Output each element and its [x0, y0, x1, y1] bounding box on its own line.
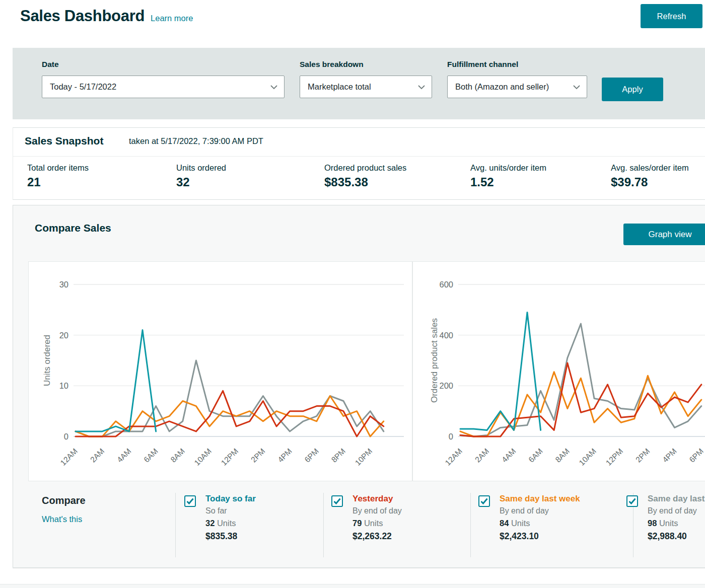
compare-label: Compare	[42, 495, 86, 506]
legend-units: 84 Units	[500, 519, 580, 528]
stat-ordered-product-sales: Ordered product sales $835.38	[324, 163, 406, 189]
compare-sales-panel: Compare Sales Graph view 010203012AM2AM4…	[13, 205, 705, 568]
apply-button[interactable]: Apply	[602, 78, 663, 101]
svg-text:0: 0	[64, 432, 68, 441]
units-ordered-chart-card: 010203012AM2AM4AM6AM8AM10AM12PM2PM4PM6PM…	[28, 261, 412, 481]
svg-text:12AM: 12AM	[58, 447, 79, 467]
page-header: Sales Dashboard Learn more	[20, 7, 193, 25]
legend-subtitle: By end of day	[352, 506, 402, 516]
svg-text:6AM: 6AM	[142, 447, 160, 464]
svg-text:12PM: 12PM	[220, 447, 240, 467]
svg-text:20: 20	[59, 331, 68, 340]
legend-subtitle: By end of day	[500, 506, 580, 516]
sales-snapshot-title: Sales Snapshot	[25, 135, 103, 147]
fulfillment-channel-select[interactable]: Both (Amazon and seller)	[447, 76, 587, 98]
whats-this-link[interactable]: What's this	[42, 514, 86, 524]
svg-text:10PM: 10PM	[354, 447, 374, 467]
sales-breakdown-select[interactable]: Marketplace total	[300, 76, 432, 98]
chevron-down-icon	[417, 84, 426, 90]
date-label: Date	[42, 60, 285, 69]
legend-checkbox-same-day-last-year[interactable]	[626, 495, 638, 507]
check-icon	[333, 498, 341, 504]
stat-avg-sales-order-item: Avg. sales/order item $39.78	[611, 163, 689, 189]
sales-breakdown-select-value: Marketplace total	[308, 82, 371, 92]
legend-amount: $2,263.22	[352, 531, 402, 542]
svg-text:12AM: 12AM	[443, 447, 464, 467]
svg-text:4AM: 4AM	[115, 447, 133, 464]
svg-text:0: 0	[449, 432, 453, 441]
legend-title: Same day last year	[648, 494, 705, 504]
svg-text:4PM: 4PM	[276, 447, 294, 464]
legend-divider	[175, 493, 176, 557]
chevron-down-icon	[270, 84, 278, 90]
legend-checkbox-today-so-far[interactable]	[184, 495, 196, 507]
legend-checkbox-same-day-last-week[interactable]	[478, 495, 490, 507]
svg-text:6AM: 6AM	[527, 447, 544, 464]
svg-text:4PM: 4PM	[661, 447, 678, 464]
compare-sales-title: Compare Sales	[35, 222, 111, 234]
page-title: Sales Dashboard	[20, 7, 145, 25]
legend-item-yesterday: Yesterday By end of day 79 Units $2,263.…	[331, 494, 402, 542]
next-section-edge	[0, 584, 705, 588]
svg-text:12PM: 12PM	[604, 447, 625, 467]
sales-breakdown-filter-group: Sales breakdown Marketplace total	[300, 60, 432, 98]
legend-units: 98 Units	[648, 519, 705, 528]
chevron-down-icon	[573, 84, 581, 90]
svg-text:600: 600	[439, 280, 453, 289]
date-select[interactable]: Today - 5/17/2022	[42, 76, 285, 98]
sales-snapshot-header: Sales Snapshot taken at 5/17/2022, 7:39:…	[13, 128, 705, 157]
svg-text:400: 400	[439, 331, 453, 340]
graph-view-button[interactable]: Graph view	[623, 224, 705, 245]
svg-text:2AM: 2AM	[473, 447, 491, 464]
ordered-product-sales-chart: 020040060012AM2AM4AM6AM8AM10AM12PM2PM4PM…	[413, 262, 705, 481]
legend-amount: $2,423.10	[500, 531, 580, 542]
legend-item-same-day-last-year: Same day last year By end of day 98 Unit…	[626, 494, 705, 542]
stat-units-ordered: Units ordered 32	[176, 163, 226, 189]
svg-text:2PM: 2PM	[634, 447, 652, 464]
svg-text:6PM: 6PM	[687, 447, 705, 464]
date-filter-group: Date Today - 5/17/2022	[42, 60, 285, 98]
svg-text:200: 200	[439, 381, 453, 390]
legend-subtitle: By end of day	[648, 506, 705, 516]
svg-text:10: 10	[59, 381, 68, 390]
ordered-product-sales-chart-card: 020040060012AM2AM4AM6AM8AM10AM12PM2PM4PM…	[412, 261, 705, 481]
compare-block: Compare What's this	[42, 495, 86, 524]
sales-breakdown-label: Sales breakdown	[300, 60, 432, 69]
svg-text:8PM: 8PM	[330, 447, 347, 464]
legend-title: Yesterday	[352, 494, 402, 504]
legend-item-same-day-last-week: Same day last week By end of day 84 Unit…	[478, 494, 580, 542]
legend-item-today-so-far: Today so far So far 32 Units $835.38	[184, 494, 256, 542]
sales-snapshot-section: Sales Snapshot taken at 5/17/2022, 7:39:…	[13, 127, 705, 200]
legend-title: Today so far	[205, 494, 256, 504]
svg-text:30: 30	[59, 280, 68, 289]
legend-units: 32 Units	[205, 519, 256, 528]
stat-avg-units-order-item: Avg. units/order item 1.52	[470, 163, 546, 189]
units-ordered-chart: 010203012AM2AM4AM6AM8AM10AM12PM2PM4PM6PM…	[29, 262, 412, 481]
check-icon	[480, 498, 488, 504]
check-icon	[628, 498, 636, 504]
svg-text:Ordered product sales: Ordered product sales	[430, 318, 439, 403]
filter-bar: Date Today - 5/17/2022 Sales breakdown M…	[13, 48, 705, 119]
snapshot-timestamp: taken at 5/17/2022, 7:39:00 AM PDT	[129, 136, 263, 146]
sales-dashboard-page: Sales Dashboard Learn more Refresh Date …	[0, 0, 705, 588]
fulfillment-channel-select-value: Both (Amazon and seller)	[455, 82, 549, 92]
svg-text:2AM: 2AM	[89, 447, 106, 464]
legend-subtitle: So far	[205, 506, 256, 516]
legend-title: Same day last week	[500, 494, 580, 504]
legend-checkbox-yesterday[interactable]	[331, 495, 343, 507]
legend-amount: $835.38	[205, 531, 256, 542]
legend-divider	[470, 493, 471, 557]
svg-text:10AM: 10AM	[577, 447, 598, 467]
learn-more-link[interactable]: Learn more	[151, 14, 193, 23]
legend-amount: $2,988.40	[648, 531, 705, 542]
svg-text:4AM: 4AM	[500, 447, 518, 464]
svg-text:8AM: 8AM	[169, 447, 186, 464]
fulfillment-channel-filter-group: Fulfillment channel Both (Amazon and sel…	[447, 60, 587, 98]
check-icon	[186, 498, 194, 504]
legend-units: 79 Units	[352, 519, 402, 528]
svg-text:Units ordered: Units ordered	[42, 335, 52, 386]
date-select-value: Today - 5/17/2022	[50, 82, 116, 92]
stat-total-order-items: Total order items 21	[27, 163, 89, 189]
refresh-button[interactable]: Refresh	[641, 4, 702, 28]
fulfillment-channel-label: Fulfillment channel	[447, 60, 587, 69]
